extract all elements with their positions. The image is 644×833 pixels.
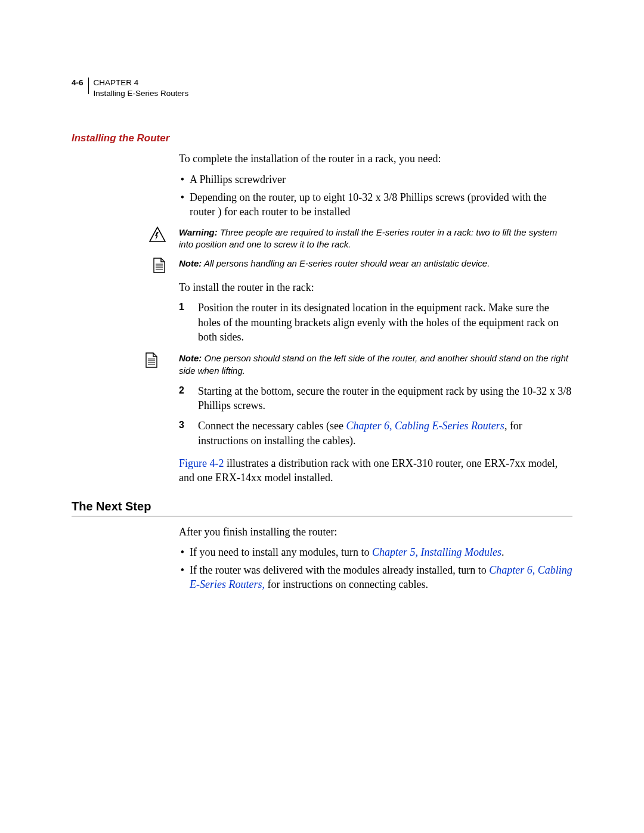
note-body: All persons handling an E-series router … <box>202 258 490 268</box>
chapter-subtitle: Installing E-Series Routers <box>94 88 189 99</box>
warning-callout: Warning: Three people are required to in… <box>72 227 572 251</box>
note-icon <box>72 352 179 368</box>
subsection-heading-installing: Installing the Router <box>72 132 572 144</box>
bullet1-pre: If you need to install any modules, turn… <box>190 546 372 558</box>
chapter-label: CHAPTER 4 <box>94 78 189 88</box>
page: 4-6 CHAPTER 4 Installing E-Series Router… <box>0 0 644 647</box>
list-item: If you need to install any modules, turn… <box>190 545 572 559</box>
note-label: Note: <box>179 353 202 363</box>
next-step-list: If you need to install any modules, turn… <box>179 545 572 592</box>
page-number: 4-6 <box>72 78 83 99</box>
figure-text: illustrates a distribution rack with one… <box>179 457 558 484</box>
bullet2-post: for instructions on connecting cables. <box>265 578 428 590</box>
note-text: Note: All persons handling an E-series r… <box>179 258 572 270</box>
body-intro: To complete the installation of the rout… <box>179 151 572 219</box>
intro-text: To complete the installation of the rout… <box>179 151 572 166</box>
next-step-intro: After you finish installing the router: <box>179 525 572 539</box>
note-callout: Note: All persons handling an E-series r… <box>72 258 572 273</box>
section-heading-next-step: The Next Step <box>72 500 572 513</box>
link-chapter6[interactable]: Chapter 6, Cabling E-Series Routers <box>346 420 504 432</box>
list-item: If the router was delivered with the mod… <box>190 563 572 592</box>
header-divider <box>88 78 89 94</box>
step3-pre: Connect the necessary cables (see <box>198 420 346 432</box>
warning-text: Warning: Three people are required to in… <box>179 227 572 251</box>
note-text: Note: One person should stand on the lef… <box>179 352 572 377</box>
link-chapter5[interactable]: Chapter 5, Installing Modules <box>372 546 501 558</box>
warning-icon <box>72 227 179 242</box>
bullet1-post: . <box>501 546 504 558</box>
note-callout: Note: One person should stand on the lef… <box>72 352 572 377</box>
warning-body: Three people are required to install the… <box>179 227 557 249</box>
note-body: One person should stand on the left side… <box>179 353 568 375</box>
step-item: Starting at the bottom, secure the route… <box>179 384 572 413</box>
figure-reference: Figure 4-2 illustrates a distribution ra… <box>179 456 572 485</box>
bullet2-pre: If the router was delivered with the mod… <box>190 564 489 576</box>
list-item: Depending on the router, up to eight 10-… <box>190 190 572 219</box>
step-item: Position the router in its designated lo… <box>179 301 572 344</box>
install-lead: To install the router in the rack: <box>179 280 572 295</box>
note-label: Note: <box>179 258 202 268</box>
warning-label: Warning: <box>179 227 218 237</box>
section-rule <box>72 516 572 516</box>
step-item: Connect the necessary cables (see Chapte… <box>179 419 572 448</box>
page-header: 4-6 CHAPTER 4 Installing E-Series Router… <box>72 78 572 99</box>
install-steps-part2: Starting at the bottom, secure the route… <box>179 384 572 448</box>
install-lead-block: To install the router in the rack: <box>179 280 572 295</box>
figure-reference-block: Figure 4-2 illustrates a distribution ra… <box>179 456 572 485</box>
next-step-body: After you finish installing the router: … <box>179 525 572 592</box>
link-figure-4-2[interactable]: Figure 4-2 <box>179 457 224 469</box>
list-item: A Phillips screwdriver <box>190 172 572 187</box>
svg-marker-0 <box>150 227 165 241</box>
install-steps-part1: Position the router in its designated lo… <box>179 301 572 344</box>
note-icon <box>72 258 179 273</box>
requirements-list: A Phillips screwdriver Depending on the … <box>179 172 572 219</box>
